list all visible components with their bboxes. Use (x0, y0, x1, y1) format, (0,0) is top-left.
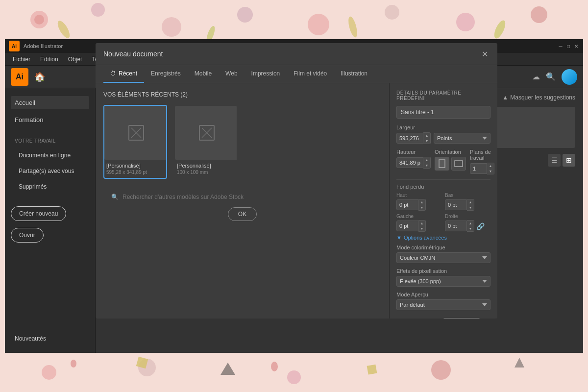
menu-objet[interactable]: Objet (64, 55, 86, 64)
options-avancees-toggle[interactable]: ▼ Options avancées (396, 235, 490, 241)
svg-point-3 (162, 17, 181, 37)
tab-enregistres[interactable]: Enregistrés (144, 65, 188, 83)
dialog-close-btn[interactable]: ✕ (480, 49, 490, 59)
bas-spin-up[interactable]: ▲ (467, 199, 474, 205)
unite-select[interactable]: Points Millimètres Centimètres Pixels (434, 133, 490, 144)
largeur-label: Largeur (396, 124, 490, 130)
tab-film-video[interactable]: Film et vidéo (287, 65, 334, 83)
toolbar-right: ☁ 🔍 (532, 69, 577, 85)
template-name-2: [Personnalisé] (177, 163, 235, 169)
portrait-btn[interactable] (435, 157, 449, 171)
home-icon[interactable]: 🏠 (34, 72, 45, 82)
doc-title-input[interactable] (396, 106, 490, 119)
gauche-spin-up[interactable]: ▲ (418, 220, 425, 226)
grid-view-btn[interactable]: ⊞ (563, 154, 575, 167)
svg-marker-19 (220, 363, 235, 375)
template-card-1[interactable]: [Personnalisé] 595,28 x 341,89 pt (103, 105, 167, 179)
haut-spinner: ▲ ▼ (396, 199, 442, 211)
hauteur-spin-down[interactable]: ▼ (423, 163, 430, 168)
tab-recent[interactable]: ⏱ Récent (103, 65, 144, 83)
bas-spin-controls: ▲ ▼ (467, 199, 474, 211)
hauteur-input[interactable] (396, 157, 423, 168)
menu-fichier[interactable]: Fichier (9, 55, 34, 64)
bas-input[interactable] (445, 199, 467, 210)
effets-label: Effets de pixellisation (396, 268, 490, 274)
plans-label: Plans de travail (470, 149, 494, 161)
sidebar-item-accueil[interactable]: Accueil (11, 96, 89, 109)
title-bar-left: Ai Adobe Illustrator (9, 41, 63, 51)
search-input[interactable] (122, 194, 373, 200)
plans-input[interactable] (470, 163, 487, 174)
sidebar-partages[interactable]: Partagé(s) avec vous (11, 165, 89, 177)
bas-spin-down[interactable]: ▼ (467, 205, 474, 210)
plans-spin-down[interactable]: ▼ (487, 169, 494, 174)
plans-spin-up[interactable]: ▲ (487, 163, 494, 169)
template-card-2[interactable]: [Personnalisé] 100 x 100 mm (174, 105, 238, 179)
haut-input[interactable] (396, 199, 418, 210)
mode-apercu-label: Mode Aperçu (396, 292, 490, 297)
maximize-button[interactable]: □ (565, 43, 571, 49)
close-button[interactable]: ✕ (573, 43, 579, 49)
svg-rect-33 (455, 161, 463, 167)
btn-ouvrir[interactable]: Ouvrir (11, 228, 44, 243)
user-avatar[interactable] (562, 69, 577, 85)
btn-creer-nouveau[interactable]: Créer nouveau (11, 206, 66, 221)
haut-spin-up[interactable]: ▲ (418, 199, 425, 205)
effets-select[interactable]: Élevée (300 ppp) Moyenne (150 ppp) Basse… (396, 276, 490, 287)
masquer-suggestions-btn[interactable]: ▲ Masquer les suggestions (502, 94, 575, 101)
mode-apercu-select[interactable]: Par défaut Pixellisation (396, 299, 490, 310)
sidebar-docs-en-ligne[interactable]: Documents en ligne (11, 149, 89, 161)
mode-colorimetrique-select[interactable]: Couleur CMJN Couleur RVB (396, 252, 490, 263)
sidebar-supprimes[interactable]: Supprimés (11, 181, 89, 193)
droite-spin-down[interactable]: ▼ (467, 226, 474, 231)
ai-logo: Ai (11, 68, 28, 86)
minimize-button[interactable]: ─ (558, 43, 564, 49)
hauteur-spin-up[interactable]: ▲ (423, 157, 430, 163)
menu-edition[interactable]: Edition (36, 55, 62, 64)
cloud-icon[interactable]: ☁ (532, 72, 540, 81)
largeur-input[interactable] (396, 133, 423, 144)
dialog-title: Nouveau document (103, 50, 163, 58)
ok-button[interactable]: OK (228, 207, 257, 221)
tab-impression[interactable]: Impression (245, 65, 287, 83)
ok-btn-wrapper: OK (103, 207, 381, 221)
svg-point-6 (385, 5, 399, 20)
gauche-input[interactable] (396, 220, 418, 231)
chevron-up-icon: ▲ (502, 94, 508, 101)
droite-input[interactable] (445, 220, 467, 231)
fond-perdu-label: Fond perdu (396, 184, 490, 190)
droite-spin-controls: ▲ ▼ (467, 220, 474, 232)
plans-spin-controls: ▲ ▼ (487, 163, 494, 174)
dialog-right-footer: Créer Fermer (396, 318, 490, 318)
svg-point-8 (531, 6, 547, 23)
orientation-buttons (435, 157, 466, 171)
svg-marker-20 (514, 358, 524, 368)
list-view-btn[interactable]: ☰ (548, 154, 561, 167)
search-icon[interactable]: 🔍 (546, 72, 556, 81)
details-header: DÉTAILS DU PARAMÈTRE PRÉDÉFINI (396, 90, 490, 101)
svg-point-7 (456, 13, 475, 31)
dialog-search: 🔍 (111, 194, 373, 200)
templates-grid: [Personnalisé] 595,28 x 341,89 pt (103, 105, 381, 179)
gauche-spin-down[interactable]: ▼ (418, 226, 425, 231)
title-bar-controls: ─ □ ✕ (558, 43, 579, 49)
droite-spin-up[interactable]: ▲ (467, 220, 474, 226)
largeur-spin-down[interactable]: ▼ (423, 138, 430, 144)
sidebar-nouveautes[interactable]: Nouveautés (11, 332, 89, 345)
largeur-spin-up[interactable]: ▲ (423, 133, 430, 138)
plans-group: Plans de travail ▲ ▼ (470, 149, 494, 174)
tab-web[interactable]: Web (219, 65, 244, 83)
sidebar-item-formation[interactable]: Formation (11, 113, 89, 126)
link-icon[interactable]: 🔗 (476, 222, 485, 230)
chevron-down-icon: ▼ (396, 235, 402, 241)
haut-spin-down[interactable]: ▼ (418, 205, 425, 210)
tab-illustration[interactable]: Illustration (334, 65, 374, 83)
landscape-btn[interactable] (451, 157, 466, 171)
masquer-label: Masquer les suggestions (510, 94, 575, 101)
tab-mobile[interactable]: Mobile (188, 65, 219, 83)
fermer-button[interactable]: Fermer (443, 318, 481, 318)
svg-rect-32 (439, 160, 445, 168)
ai-logo-title: Ai (9, 41, 20, 51)
mode-colorimetrique-label: Mode colorimétrique (396, 245, 490, 250)
dialog-body: VOS ÉLÉMENTS RÉCENTS (2) [Personnal (96, 83, 497, 318)
